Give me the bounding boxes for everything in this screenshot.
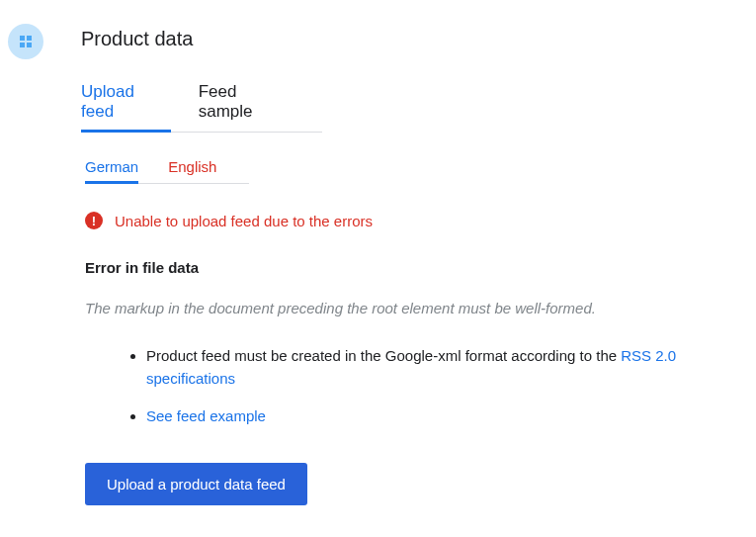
tabs: Upload feed Feed sample [81,82,322,133]
feed-example-link[interactable]: See feed example [146,407,266,424]
upload-button[interactable]: Upload a product data feed [85,463,307,505]
error-description: The markup in the document preceding the… [85,300,726,316]
language-tabs: German English [85,158,249,184]
main-content: Product data Upload feed Feed sample Ger… [81,28,726,505]
lang-german[interactable]: German [85,158,138,183]
lang-english[interactable]: English [168,158,216,183]
svg-rect-2 [20,43,25,47]
grid-icon [18,34,34,49]
product-data-icon [8,24,43,59]
error-icon: ! [85,212,103,229]
hint-example: See feed example [146,404,726,427]
error-alert-text: Unable to upload feed due to the errors [115,213,373,229]
tab-feed-sample[interactable]: Feed sample [199,82,294,132]
page-title: Product data [81,28,726,50]
tab-upload-feed[interactable]: Upload feed [81,82,171,132]
hints-list: Product feed must be created in the Goog… [146,344,726,427]
svg-rect-0 [20,36,25,41]
hint-format-text: Product feed must be created in the Goog… [146,347,621,364]
svg-rect-3 [27,43,32,47]
hint-format: Product feed must be created in the Goog… [146,344,726,391]
error-heading: Error in file data [85,259,726,276]
svg-rect-1 [27,36,32,41]
error-alert: ! Unable to upload feed due to the error… [85,212,726,229]
